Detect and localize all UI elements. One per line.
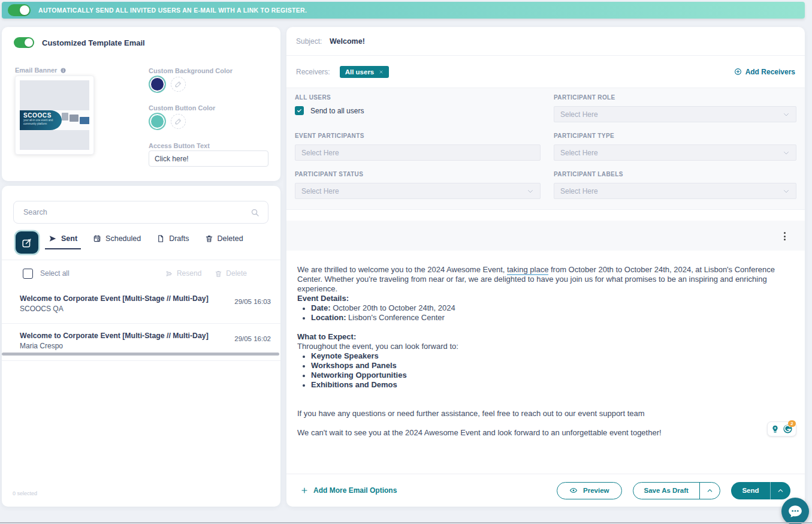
email-title: Welcome to Corporate Event [Multi-Stage …: [20, 294, 270, 303]
email-timestamp: 29/05 16:02: [234, 335, 271, 342]
email-sender: Maria Crespo: [20, 342, 270, 350]
remove-receiver-button[interactable]: [379, 70, 384, 74]
writing-assistant-widget[interactable]: 2: [767, 421, 796, 436]
delete-button[interactable]: Delete: [215, 269, 247, 278]
tab-label: Drafts: [169, 234, 189, 243]
banner-screenshots: [62, 110, 89, 130]
filter-select-placeholder: Select Here: [301, 187, 339, 195]
custom-button-color-label: Custom Button Color: [149, 104, 215, 112]
compose-button[interactable]: [16, 231, 38, 254]
page-bottom-edge: [0, 522, 812, 523]
button-color-swatch[interactable]: [149, 113, 166, 130]
receivers-row: Receivers: All users Add Receivers: [286, 56, 805, 88]
auto-send-banner: AUTOMATICALLY SEND ALL INVITED USERS AN …: [2, 2, 805, 19]
chat-button[interactable]: [781, 498, 809, 524]
circle-plus-icon: [734, 68, 742, 76]
body-spacer: [297, 399, 794, 409]
mailbox-tab[interactable]: Drafts: [156, 234, 189, 249]
body-spacer: [297, 418, 794, 428]
edit-button-color-button[interactable]: [171, 114, 186, 129]
mailbox-tab[interactable]: Deleted: [205, 234, 243, 249]
customized-template-row: Customized Template Email: [14, 37, 145, 48]
customized-template-toggle[interactable]: [14, 37, 34, 48]
section-gap: [286, 210, 805, 221]
select-all-checkbox[interactable]: [23, 269, 33, 279]
custom-background-color-label: Custom Background Color: [149, 67, 233, 74]
body-paragraph: If you have any questions or need furthe…: [297, 409, 794, 418]
filter-field-label: PARTICIPANT ROLE: [554, 94, 796, 101]
search-input[interactable]: [22, 207, 250, 217]
horizontal-scrollbar[interactable]: [2, 353, 279, 356]
filter-select[interactable]: Select Here: [554, 106, 796, 122]
save-as-draft-button[interactable]: Save As Draft: [633, 482, 721, 499]
body-paragraph: What to Expect:: [297, 332, 794, 342]
send-button[interactable]: Send: [731, 482, 790, 499]
filter-select[interactable]: Select Here: [554, 144, 796, 161]
save-as-draft-label: Save As Draft: [633, 487, 699, 494]
mailbox-tab[interactable]: Sent: [49, 234, 77, 249]
email-body-editor[interactable]: We are thrilled to welcome you to the 20…: [286, 251, 805, 474]
auto-send-label: AUTOMATICALLY SEND ALL INVITED USERS AN …: [38, 7, 307, 14]
email-title: Welcome to Corporate Event [Multi-Stage …: [20, 332, 270, 340]
filter-select[interactable]: Select Here: [295, 183, 541, 199]
all-users-cell: ALL USERS Send to all users: [295, 94, 541, 132]
subject-row: Subject: Welcome!: [286, 27, 805, 56]
filter-field-label: PARTICIPANT TYPE: [554, 132, 796, 139]
add-more-label: Add More Email Options: [313, 486, 397, 495]
access-button-text-input[interactable]: [149, 150, 268, 167]
send-expand-button[interactable]: [771, 482, 790, 499]
tab-label: Deleted: [218, 234, 243, 243]
list-actions: Resend Delete: [165, 269, 270, 278]
trash-icon: [205, 234, 213, 243]
receiver-chip-label: All users: [345, 68, 375, 76]
filter-field: EVENT PARTICIPANTS Select Here: [295, 132, 541, 171]
filter-field: PARTICIPANT ROLE Select Here: [554, 94, 796, 132]
selected-count: 0 selected: [13, 490, 37, 496]
pencil-icon: [174, 80, 182, 88]
send-to-all-checkbox[interactable]: [295, 106, 304, 115]
composer-footer: Add More Email Options Preview Save As D…: [286, 474, 805, 507]
body-spacer: [297, 323, 794, 332]
send-icon: [49, 234, 57, 243]
mailbox-tab[interactable]: Scheduled: [93, 234, 141, 249]
editor-menu-button[interactable]: [783, 231, 787, 242]
footer-buttons: Preview Save As Draft Send: [557, 482, 790, 499]
subject-value[interactable]: Welcome!: [330, 37, 365, 46]
add-receivers-button[interactable]: Add Receivers: [734, 68, 795, 76]
bulb-icon[interactable]: [771, 424, 780, 433]
scoocs-tagline: your all-in one event and community plat…: [23, 119, 58, 127]
auto-send-toggle[interactable]: [8, 4, 31, 16]
draft-icon: [156, 234, 165, 243]
banner-strip: SCOOCS your all-in one event and communi…: [20, 110, 89, 130]
add-more-email-options-button[interactable]: Add More Email Options: [301, 486, 397, 495]
chevron-up-icon: [777, 487, 784, 494]
filter-field-label: PARTICIPANT STATUS: [295, 171, 541, 177]
search-icon[interactable]: [250, 208, 259, 217]
background-color-row: [149, 76, 186, 93]
mailbox-card: Sent Scheduled Drafts Deleted Select all…: [2, 186, 280, 507]
body-bullet: Date: October 20th to October 24th, 2024: [297, 303, 794, 313]
receivers-label: Receivers:: [296, 68, 330, 76]
chevron-down-icon: [783, 188, 790, 195]
email-sender: SCOOCS QA: [20, 305, 270, 313]
edit-background-color-button[interactable]: [171, 77, 186, 92]
assistant-icon[interactable]: 2: [783, 424, 793, 434]
email-timestamp: 29/05 16:03: [234, 298, 271, 305]
filter-select[interactable]: Select Here: [295, 144, 541, 161]
background-color-swatch[interactable]: [149, 76, 166, 93]
receiver-chip[interactable]: All users: [340, 66, 390, 78]
save-draft-expand-button[interactable]: [700, 483, 720, 499]
eye-icon: [569, 486, 578, 495]
filter-select-placeholder: Select Here: [560, 110, 598, 119]
filter-select[interactable]: Select Here: [554, 183, 796, 199]
list-actions-row: Select all Resend Delete: [2, 260, 280, 287]
email-list-item[interactable]: Welcome to Corporate Event [Multi-Stage …: [2, 287, 280, 324]
preview-button[interactable]: Preview: [557, 482, 621, 499]
info-icon[interactable]: [60, 67, 67, 74]
resend-button[interactable]: Resend: [165, 269, 201, 278]
chevron-down-icon: [527, 188, 534, 195]
body-bullet: Keynote Speakers: [297, 351, 794, 361]
email-banner-preview[interactable]: SCOOCS your all-in one event and communi…: [15, 76, 94, 155]
filter-select-placeholder: Select Here: [560, 187, 598, 195]
body-bullet: Location: Lisbon's Conference Center: [297, 313, 794, 323]
